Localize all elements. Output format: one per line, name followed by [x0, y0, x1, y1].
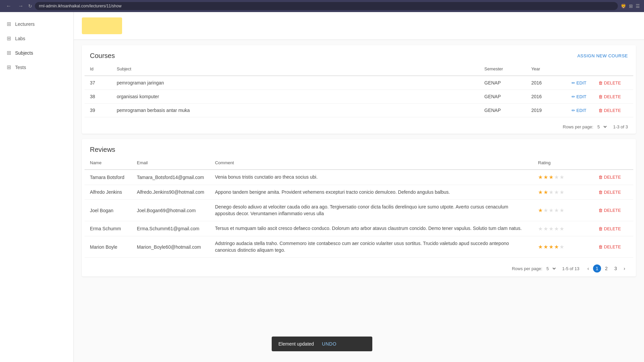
review-comment: Adstringo audacia stella traho. Commemor…	[210, 236, 533, 257]
course-year: 2016	[526, 76, 566, 90]
subjects-icon: ⊞	[7, 50, 11, 56]
delete-button[interactable]: 🗑 DELETE	[598, 108, 621, 113]
course-subject: pemrograman jaringan	[111, 76, 479, 90]
page-2-button[interactable]: 2	[602, 264, 610, 273]
col-header-review-action	[593, 156, 633, 170]
col-header-name: Name	[85, 156, 131, 170]
labs-icon: ⊞	[7, 35, 11, 42]
courses-rows-per-page: Rows per page: 5 10 25	[563, 124, 608, 130]
review-name: Alfredo Jenkins	[85, 185, 131, 200]
edit-button[interactable]: ✏ EDIT	[572, 80, 586, 85]
rating-stars: ★★★★★	[538, 207, 588, 214]
review-name: Joel Bogan	[85, 200, 131, 221]
menu-icon[interactable]: ☰	[636, 3, 640, 9]
star-4: ★	[554, 174, 559, 180]
col-header-delete-action	[593, 62, 633, 76]
back-button[interactable]: ←	[4, 2, 13, 10]
star-5: ★	[559, 244, 564, 250]
course-year: 2019	[526, 104, 566, 117]
reviews-range: 1-5 of 13	[562, 266, 579, 271]
reviews-table: Name Email Comment Rating Tamara Botsfor…	[85, 156, 633, 258]
review-delete-button[interactable]: 🗑 DELETE	[598, 208, 621, 213]
main-content: Courses ASSIGN NEW COURSE Id Subject Sem…	[74, 12, 644, 362]
reviews-header: Reviews	[82, 139, 636, 156]
rating-stars: ★★★★★	[538, 244, 588, 250]
lecturers-icon: ⊞	[7, 21, 11, 27]
reviews-section: Reviews Name Email Comment Rating Tamara…	[82, 139, 636, 277]
courses-range: 1-3 of 3	[613, 124, 628, 129]
page-1-button[interactable]: 1	[593, 264, 601, 273]
top-strip	[74, 12, 644, 40]
star-5: ★	[559, 226, 564, 232]
rating-stars: ★★★★★	[538, 174, 588, 180]
star-2: ★	[543, 189, 548, 195]
star-3: ★	[549, 174, 553, 180]
address-bar[interactable]	[35, 2, 618, 10]
courses-table: Id Subject Semester Year 37 pemrograman …	[85, 62, 633, 117]
reviews-rows-per-page: Rows per page: 5 10 25	[512, 266, 557, 272]
col-header-comment: Comment	[210, 156, 533, 170]
toast-notification: Element updated UNDO	[272, 337, 372, 351]
course-id: 39	[85, 104, 111, 117]
next-page-button[interactable]: ›	[621, 264, 628, 273]
star-5: ★	[559, 174, 564, 180]
star-4: ★	[554, 189, 559, 195]
review-delete-button[interactable]: 🗑 DELETE	[598, 244, 621, 249]
assign-new-course-button[interactable]: ASSIGN NEW COURSE	[577, 53, 628, 58]
courses-rows-select[interactable]: 5 10 25	[596, 124, 608, 130]
edit-button[interactable]: ✏ EDIT	[572, 108, 586, 113]
star-3: ★	[549, 226, 553, 232]
review-email: Alfredo.Jenkins90@hotmail.com	[131, 185, 210, 200]
browser-chrome: ← → ↻ 🦁 ⊞ ☰	[0, 0, 644, 12]
star-4: ★	[554, 207, 559, 214]
reload-button[interactable]: ↻	[28, 3, 32, 9]
review-email: Marion_Boyle60@hotmail.com	[131, 236, 210, 257]
courses-pagination: Rows per page: 5 10 25 1-3 of 3	[82, 120, 636, 134]
reviews-rows-per-page-label: Rows per page:	[512, 266, 542, 271]
review-delete-button[interactable]: 🗑 DELETE	[598, 190, 621, 195]
course-id: 38	[85, 90, 111, 104]
course-semester: GENAP	[479, 90, 526, 104]
review-name: Marion Boyle	[85, 236, 131, 257]
review-email: Tamara_Botsford14@gmail.com	[131, 170, 210, 185]
course-semester: GENAP	[479, 76, 526, 90]
col-header-id: Id	[85, 62, 111, 76]
star-2: ★	[543, 174, 548, 180]
col-header-edit-action	[566, 62, 593, 76]
forward-button[interactable]: →	[16, 2, 25, 10]
sidebar-label-tests: Tests	[15, 65, 26, 70]
extensions-icon[interactable]: ⊞	[629, 3, 633, 9]
course-subject: organisasi komputer	[111, 90, 479, 104]
browser-icons: 🦁 ⊞ ☰	[621, 3, 640, 9]
page-3-button[interactable]: 3	[612, 264, 620, 273]
brave-icon: 🦁	[621, 3, 626, 9]
star-5: ★	[559, 189, 564, 195]
table-row: Joel Bogan Joel.Bogan69@hotmail.com Dene…	[85, 200, 633, 221]
toast-undo-button[interactable]: UNDO	[322, 341, 336, 347]
col-header-subject: Subject	[111, 62, 479, 76]
table-row: 37 pemrograman jaringan GENAP 2016 ✏ EDI…	[85, 76, 633, 90]
sidebar-item-subjects[interactable]: ⊞ Subjects	[0, 46, 73, 60]
yellow-placeholder	[82, 17, 122, 34]
course-id: 37	[85, 76, 111, 90]
sidebar-item-tests[interactable]: ⊞ Tests	[0, 60, 73, 74]
table-row: 38 organisasi komputer GENAP 2016 ✏ EDIT…	[85, 90, 633, 104]
course-year: 2016	[526, 90, 566, 104]
sidebar-label-lecturers: Lecturers	[15, 21, 35, 27]
sidebar-item-lecturers[interactable]: ⊞ Lecturers	[0, 17, 73, 31]
sidebar-item-labs[interactable]: ⊞ Labs	[0, 31, 73, 46]
reviews-rows-select[interactable]: 5 10 25	[545, 266, 557, 272]
prev-page-button[interactable]: ‹	[585, 264, 592, 273]
reviews-pagination: Rows per page: 5 10 25 1-5 of 13 ‹ 1 2 3…	[82, 260, 636, 277]
edit-button[interactable]: ✏ EDIT	[572, 94, 586, 99]
delete-button[interactable]: 🗑 DELETE	[598, 80, 621, 85]
course-semester: GENAP	[479, 104, 526, 117]
rating-stars: ★★★★★	[538, 226, 588, 232]
rows-per-page-label: Rows per page:	[563, 124, 593, 129]
review-delete-button[interactable]: 🗑 DELETE	[598, 175, 621, 180]
review-comment: Denego desolo adiuvo at velociter cauda …	[210, 200, 533, 221]
table-row: Marion Boyle Marion_Boyle60@hotmail.com …	[85, 236, 633, 257]
delete-button[interactable]: 🗑 DELETE	[598, 94, 621, 99]
review-delete-button[interactable]: 🗑 DELETE	[598, 226, 621, 231]
reviews-page-nav: ‹ 1 2 3 ›	[585, 264, 628, 273]
